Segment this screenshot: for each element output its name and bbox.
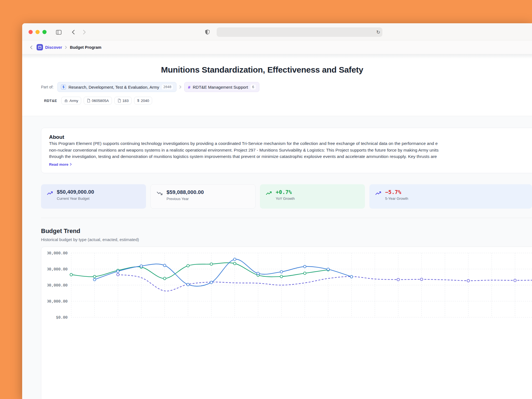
close-window-button[interactable] [29,30,33,34]
chevron-right-icon [65,46,67,49]
about-text-line: This Program Element (PE) supports conti… [49,140,532,147]
dollar-icon: $ [137,99,139,103]
hash-icon: # [188,85,190,89]
file-icon [117,99,121,103]
budget-trend-heading: Budget Trend [41,227,532,235]
breadcrumb-back-icon[interactable] [28,44,34,51]
stats-row: $50,409,000.00 Current Year Budget $59,0… [41,184,532,209]
reload-icon[interactable]: ↻ [374,29,382,35]
forward-button[interactable] [81,29,88,35]
section-divider [41,218,532,218]
lineage-chip-label: Research, Development, Test & Evaluation… [68,85,159,89]
breadcrumb-discover-link[interactable]: Discover [45,45,62,50]
about-card: About This Program Element (PE) supports… [41,128,532,173]
chevron-right-icon [70,163,72,166]
back-button[interactable] [70,29,76,35]
stat-card-5-year-growth: −5.7% 5-Year Growth [369,184,532,209]
svg-text:$0.00: $0.00 [56,315,68,319]
trend-up-icon [265,190,272,196]
browser-window: ↻ Discover Budget Program Munitions Stan… [22,23,532,399]
tag-account[interactable]: $ 2040 [134,97,152,104]
about-text-line: through the investigation, testing and d… [49,153,532,160]
lineage-chip-label: RDT&E Management Support [193,85,248,89]
address-input[interactable] [217,27,374,37]
read-more-label: Read more [49,162,68,167]
trend-down-icon [156,190,163,197]
svg-text:$80,000,000.00: $80,000,000.00 [47,251,68,255]
stat-value: $50,409,000.00 [57,189,94,195]
breadcrumb: Discover Budget Program [22,40,532,54]
svg-text:$60,000,000.00: $60,000,000.00 [47,267,68,271]
budget-trend-chart-card: $80,000,000.00$60,000,000.00$40,000,000.… [41,247,532,399]
page-content: Munitions Standardization, Effectiveness… [22,54,532,399]
chevron-right-icon [179,85,181,89]
program-body: About This Program Element (PE) supports… [22,116,532,399]
stat-label: Current Year Budget [57,196,94,201]
privacy-shield-icon[interactable] [204,29,211,35]
address-bar[interactable]: ↻ [217,27,382,37]
trend-up-icon [375,190,382,196]
browser-toolbar: ↻ [22,23,532,40]
stat-value: −5.7% [385,189,408,195]
part-of-label: Part of: [41,85,53,89]
sidebar-toggle-icon[interactable] [55,29,62,35]
about-heading: About [49,134,532,140]
dollar-icon: $ [61,85,66,89]
lineage-chip-category[interactable]: # RDT&E Management Support 6 [184,82,259,92]
stat-label: YoY Growth [276,196,295,201]
tag-label: Army [70,99,78,103]
lineage-chip-account[interactable]: $ Research, Development, Test & Evaluati… [57,82,177,92]
about-text-line: non-nuclear conventional munitions and w… [49,147,532,154]
lineage-chip-badge: 6 [250,85,256,89]
discover-app-icon[interactable] [37,44,43,50]
budget-trend-subtitle: Historical budget by type (actual, enact… [41,237,532,242]
read-more-link[interactable]: Read more [49,162,72,167]
stat-card-previous-year: $59,088,000.00 Previous Year [150,184,255,209]
zoom-window-button[interactable] [42,30,47,34]
stat-label: Previous Year [167,197,204,201]
tag-pe-number[interactable]: 0605805A [84,97,112,104]
tag-label: 0605805A [92,99,109,103]
svg-text:$20,000,000.00: $20,000,000.00 [47,299,68,303]
tags-row: RDT&E Army 0605805A [44,97,532,104]
stat-card-current-year: $50,409,000.00 Current Year Budget [41,184,146,209]
stat-value: $59,088,000.00 [167,189,204,195]
breadcrumb-current-page: Budget Program [70,45,101,50]
stat-value: +0.7% [276,189,295,195]
program-header: Munitions Standardization, Effectiveness… [22,65,532,116]
tag-label: 2040 [141,99,149,103]
svg-text:$40,000,000.00: $40,000,000.00 [47,283,68,287]
tag-label: 183 [122,99,129,103]
tag-army[interactable]: Army [61,97,81,104]
stat-label: 5-Year Growth [385,196,408,201]
stat-card-yoy-growth: +0.7% YoY Growth [260,184,365,209]
rdte-label: RDT&E [44,99,57,103]
lineage-row: Part of: $ Research, Development, Test &… [41,82,532,92]
file-icon [87,99,90,103]
page-title: Munitions Standardization, Effectiveness… [41,65,483,75]
lineage-chip-badge: 2040 [162,85,173,89]
tag-line-number[interactable]: 183 [114,97,132,104]
minimize-window-button[interactable] [35,30,40,34]
building-icon [64,99,68,103]
trend-up-icon [47,190,53,196]
budget-trend-chart: $80,000,000.00$60,000,000.00$40,000,000.… [47,247,532,399]
window-controls [29,30,47,34]
